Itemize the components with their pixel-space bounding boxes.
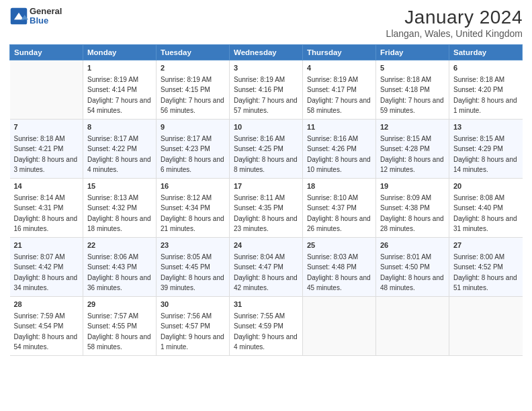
calendar-cell: 21Sunrise: 8:07 AMSunset: 4:42 PMDayligh… (10, 237, 83, 296)
calendar-cell: 10Sunrise: 8:16 AMSunset: 4:25 PMDayligh… (230, 119, 303, 178)
calendar-cell: 30Sunrise: 7:56 AMSunset: 4:57 PMDayligh… (157, 296, 230, 355)
calendar-cell: 25Sunrise: 8:03 AMSunset: 4:48 PMDayligh… (303, 237, 376, 296)
col-thursday: Thursday (303, 45, 376, 60)
calendar-cell: 11Sunrise: 8:16 AMSunset: 4:26 PMDayligh… (303, 119, 376, 178)
header: General Blue January 2024 Llangan, Wales… (9, 7, 523, 39)
calendar-cell: 12Sunrise: 8:15 AMSunset: 4:28 PMDayligh… (376, 119, 449, 178)
cell-info: Sunrise: 8:15 AMSunset: 4:29 PMDaylight:… (453, 135, 517, 174)
calendar-title: January 2024 (386, 7, 523, 28)
cell-info: Sunrise: 8:19 AMSunset: 4:15 PMDaylight:… (161, 76, 224, 115)
calendar-cell: 9Sunrise: 8:17 AMSunset: 4:23 PMDaylight… (157, 119, 230, 178)
logo-text: General Blue (30, 7, 62, 26)
calendar-cell: 23Sunrise: 8:05 AMSunset: 4:45 PMDayligh… (157, 237, 230, 296)
cell-info: Sunrise: 8:04 AMSunset: 4:47 PMDaylight:… (234, 253, 298, 292)
day-number: 12 (380, 122, 445, 133)
day-number: 5 (380, 63, 445, 74)
day-number: 8 (87, 122, 152, 133)
day-number: 9 (161, 122, 225, 133)
day-number: 23 (161, 240, 225, 251)
calendar-cell: 3Sunrise: 8:19 AMSunset: 4:16 PMDaylight… (230, 60, 303, 120)
calendar-cell (10, 60, 83, 120)
calendar-cell: 28Sunrise: 7:59 AMSunset: 4:54 PMDayligh… (10, 296, 83, 355)
calendar-cell: 17Sunrise: 8:11 AMSunset: 4:35 PMDayligh… (230, 178, 303, 237)
cell-info: Sunrise: 8:05 AMSunset: 4:45 PMDaylight:… (161, 253, 224, 292)
calendar-cell: 15Sunrise: 8:13 AMSunset: 4:32 PMDayligh… (83, 178, 157, 237)
calendar-subtitle: Llangan, Wales, United Kingdom (386, 28, 523, 39)
col-wednesday: Wednesday (230, 45, 303, 60)
day-number: 25 (307, 240, 371, 251)
calendar-cell (376, 296, 449, 355)
header-row: Sunday Monday Tuesday Wednesday Thursday… (10, 45, 523, 60)
table-row: 1Sunrise: 8:19 AMSunset: 4:14 PMDaylight… (10, 60, 523, 120)
calendar-cell: 6Sunrise: 8:18 AMSunset: 4:20 PMDaylight… (449, 60, 523, 120)
calendar-cell (449, 296, 523, 355)
calendar-cell: 20Sunrise: 8:08 AMSunset: 4:40 PMDayligh… (449, 178, 523, 237)
calendar-cell: 8Sunrise: 8:17 AMSunset: 4:22 PMDaylight… (83, 119, 157, 178)
calendar-cell: 31Sunrise: 7:55 AMSunset: 4:59 PMDayligh… (230, 296, 303, 355)
calendar-table: Sunday Monday Tuesday Wednesday Thursday… (9, 44, 523, 356)
cell-info: Sunrise: 8:18 AMSunset: 4:20 PMDaylight:… (453, 76, 517, 115)
title-block: January 2024 Llangan, Wales, United King… (386, 7, 523, 39)
day-number: 1 (87, 63, 152, 74)
day-number: 13 (453, 122, 519, 133)
table-row: 14Sunrise: 8:14 AMSunset: 4:31 PMDayligh… (10, 178, 523, 237)
cell-info: Sunrise: 8:09 AMSunset: 4:38 PMDaylight:… (380, 194, 444, 233)
calendar-cell: 5Sunrise: 8:18 AMSunset: 4:18 PMDaylight… (376, 60, 449, 120)
cell-info: Sunrise: 8:14 AMSunset: 4:31 PMDaylight:… (14, 194, 78, 233)
day-number: 20 (453, 181, 519, 192)
cell-info: Sunrise: 8:19 AMSunset: 4:17 PMDaylight:… (307, 76, 371, 115)
day-number: 15 (87, 181, 152, 192)
day-number: 28 (14, 300, 79, 310)
day-number: 14 (14, 181, 79, 192)
calendar-cell: 19Sunrise: 8:09 AMSunset: 4:38 PMDayligh… (376, 178, 449, 237)
logo-general: General (30, 7, 62, 16)
cell-info: Sunrise: 8:16 AMSunset: 4:25 PMDaylight:… (234, 135, 298, 174)
cell-info: Sunrise: 8:00 AMSunset: 4:52 PMDaylight:… (453, 253, 517, 292)
day-number: 6 (453, 63, 519, 74)
cell-info: Sunrise: 7:55 AMSunset: 4:59 PMDaylight:… (234, 312, 298, 351)
day-number: 19 (380, 181, 445, 192)
calendar-cell: 1Sunrise: 8:19 AMSunset: 4:14 PMDaylight… (83, 60, 157, 120)
cell-info: Sunrise: 7:57 AMSunset: 4:55 PMDaylight:… (87, 312, 151, 351)
day-number: 3 (234, 63, 298, 74)
calendar-cell: 27Sunrise: 8:00 AMSunset: 4:52 PMDayligh… (449, 237, 523, 296)
cell-info: Sunrise: 8:17 AMSunset: 4:23 PMDaylight:… (161, 135, 224, 174)
calendar-cell: 2Sunrise: 8:19 AMSunset: 4:15 PMDaylight… (157, 60, 230, 120)
calendar-cell: 22Sunrise: 8:06 AMSunset: 4:43 PMDayligh… (83, 237, 157, 296)
col-monday: Monday (83, 45, 157, 60)
cell-info: Sunrise: 8:16 AMSunset: 4:26 PMDaylight:… (307, 135, 371, 174)
cell-info: Sunrise: 8:10 AMSunset: 4:37 PMDaylight:… (307, 194, 371, 233)
calendar-cell: 16Sunrise: 8:12 AMSunset: 4:34 PMDayligh… (157, 178, 230, 237)
day-number: 2 (161, 63, 225, 74)
day-number: 17 (234, 181, 298, 192)
day-number: 24 (234, 240, 298, 251)
cell-info: Sunrise: 8:03 AMSunset: 4:48 PMDaylight:… (307, 253, 371, 292)
day-number: 18 (307, 181, 371, 192)
cell-info: Sunrise: 8:15 AMSunset: 4:28 PMDaylight:… (380, 135, 444, 174)
calendar-cell: 26Sunrise: 8:01 AMSunset: 4:50 PMDayligh… (376, 237, 449, 296)
calendar-cell: 13Sunrise: 8:15 AMSunset: 4:29 PMDayligh… (449, 119, 523, 178)
table-row: 7Sunrise: 8:18 AMSunset: 4:21 PMDaylight… (10, 119, 523, 178)
logo-blue: Blue (30, 16, 62, 26)
day-number: 21 (14, 240, 79, 251)
cell-info: Sunrise: 8:11 AMSunset: 4:35 PMDaylight:… (234, 194, 298, 233)
calendar-cell (303, 296, 376, 355)
day-number: 4 (307, 63, 371, 74)
col-sunday: Sunday (10, 45, 83, 60)
calendar-cell: 7Sunrise: 8:18 AMSunset: 4:21 PMDaylight… (10, 119, 83, 178)
main-container: General Blue January 2024 Llangan, Wales… (0, 0, 532, 361)
col-friday: Friday (376, 45, 449, 60)
day-number: 22 (87, 240, 152, 251)
cell-info: Sunrise: 8:01 AMSunset: 4:50 PMDaylight:… (380, 253, 444, 292)
day-number: 30 (161, 300, 225, 310)
calendar-cell: 18Sunrise: 8:10 AMSunset: 4:37 PMDayligh… (303, 178, 376, 237)
cell-info: Sunrise: 8:13 AMSunset: 4:32 PMDaylight:… (87, 194, 151, 233)
cell-info: Sunrise: 8:07 AMSunset: 4:42 PMDaylight:… (14, 253, 78, 292)
day-number: 11 (307, 122, 371, 133)
calendar-cell: 29Sunrise: 7:57 AMSunset: 4:55 PMDayligh… (83, 296, 157, 355)
cell-info: Sunrise: 8:08 AMSunset: 4:40 PMDaylight:… (453, 194, 517, 233)
day-number: 27 (453, 240, 519, 251)
day-number: 10 (234, 122, 298, 133)
cell-info: Sunrise: 7:59 AMSunset: 4:54 PMDaylight:… (14, 312, 78, 351)
day-number: 7 (14, 122, 79, 133)
